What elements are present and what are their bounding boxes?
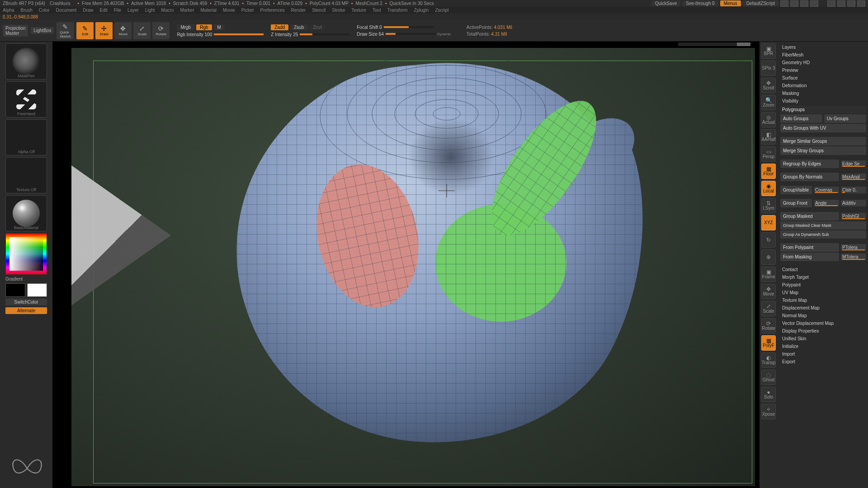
coverage-slider[interactable]: Coverag [814, 187, 839, 193]
hide-icon[interactable] [837, 0, 845, 7]
draw-mode-button[interactable]: ✢Draw [95, 22, 113, 39]
edge-sel-slider[interactable]: Edge Se [841, 160, 866, 167]
gradient-label[interactable]: Gradient [5, 277, 47, 282]
menu-document[interactable]: Document [56, 8, 77, 13]
section-texture-map[interactable]: Texture Map [780, 296, 866, 304]
min-icon[interactable] [827, 0, 835, 7]
color-swatches[interactable] [5, 283, 47, 297]
section-preview[interactable]: Preview [780, 66, 866, 74]
menu-light[interactable]: Light [145, 8, 155, 13]
zsub-toggle[interactable]: Zsub [290, 24, 307, 30]
polygroups-header[interactable]: Polygroups [780, 106, 866, 113]
projection-master-button[interactable]: Projection Master [3, 25, 28, 37]
regroup-edges-button[interactable]: Regroup By Edges [780, 160, 839, 168]
menu-draw[interactable]: Draw [83, 8, 93, 13]
menu-stencil[interactable]: Stencil [312, 8, 326, 13]
rgb-intensity-slider[interactable] [214, 33, 264, 35]
section-layers[interactable]: Layers [780, 43, 866, 51]
from-masking-button[interactable]: From Masking [780, 253, 839, 261]
zcut-toggle[interactable]: Zcut [309, 24, 325, 30]
lightbox-button[interactable]: LightBox [31, 27, 54, 34]
merge-stray-button[interactable]: Merge Stray Groups [780, 146, 866, 155]
section-unified-skin[interactable]: Unified Skin [780, 335, 866, 343]
canvas-scrollbar[interactable] [678, 42, 750, 46]
rail-transp-button[interactable]: ◐Transp [761, 352, 776, 368]
rail-actual-button[interactable]: ◎Actual [761, 112, 776, 127]
menu-picker[interactable]: Picker [241, 8, 254, 13]
menu-brush[interactable]: Brush [21, 8, 33, 13]
menus-button[interactable]: Menus [720, 0, 741, 6]
rail-↻-button[interactable]: ↻ [761, 232, 776, 248]
menu-macro[interactable]: Macro [161, 8, 174, 13]
section-vector-displacement-map[interactable]: Vector Displacement Map [780, 319, 866, 327]
section-polypaint[interactable]: Polypaint [780, 281, 866, 289]
menu-zscript[interactable]: Zscript [435, 8, 448, 13]
rgb-toggle[interactable]: Rgb [196, 24, 212, 30]
section-visibility[interactable]: Visibility [780, 97, 866, 105]
move-mode-button[interactable]: ✥Move [114, 22, 132, 39]
menu-zplugin[interactable]: Zplugin [414, 8, 429, 13]
max-angle-slider[interactable]: MaxAngl [841, 174, 866, 180]
rail-spix-3-button[interactable]: SPix 3 [761, 61, 776, 76]
rail-⊕-button[interactable]: ⊕ [761, 249, 776, 265]
section-surface[interactable]: Surface [780, 74, 866, 82]
menu-file[interactable]: File [114, 8, 121, 13]
auto-groups-button[interactable]: Auto Groups [780, 114, 822, 123]
section-geometry-hd[interactable]: Geometry HD [780, 59, 866, 66]
section-export[interactable]: Export [780, 358, 866, 366]
rail-xpose-button[interactable]: ✧Xpose [761, 404, 776, 419]
switch-color-button[interactable]: SwitchColor [5, 299, 47, 305]
z-intensity-slider[interactable] [300, 33, 349, 35]
ptolerance-slider[interactable]: PTolera [841, 244, 866, 251]
quicksave-button[interactable]: QuickSave [651, 0, 680, 6]
rail-lsym-button[interactable]: ⇅LSym [761, 198, 776, 213]
menu-movie[interactable]: Movie [223, 8, 235, 13]
group-masked-button[interactable]: Group Masked [780, 212, 839, 221]
section-deformation[interactable]: Deformation [780, 82, 866, 89]
rail-xyz-button[interactable]: XYZ [761, 215, 776, 230]
alternate-button[interactable]: Alternate [5, 307, 47, 314]
clstr-slider[interactable]: Clstr 0. [841, 187, 866, 193]
menu-stroke[interactable]: Stroke [332, 8, 345, 13]
section-contact[interactable]: Contact [780, 266, 866, 273]
menu-render[interactable]: Render [291, 8, 306, 13]
rail-scroll-button[interactable]: ✥Scroll [761, 78, 776, 93]
close-icon[interactable] [857, 0, 865, 7]
rail-ghost-button[interactable]: ◌Ghost [761, 370, 776, 385]
menu-material[interactable]: Material [201, 8, 217, 13]
section-import[interactable]: Import [780, 350, 866, 358]
menu-edit[interactable]: Edit [100, 8, 108, 13]
menu-color[interactable]: Color [39, 8, 50, 13]
max-icon[interactable] [847, 0, 855, 7]
section-uv-map[interactable]: UV Map [780, 289, 866, 296]
layout3-icon[interactable] [800, 0, 808, 7]
sculpt-mesh[interactable] [207, 55, 655, 453]
rail-aahalf-button[interactable]: ◧AAHalf [761, 129, 776, 145]
polish-slider[interactable]: PolishGl [841, 213, 866, 220]
rail-local-button[interactable]: ◉Local [761, 181, 776, 196]
rotate-mode-button[interactable]: ⟳Rotate [152, 22, 170, 39]
auto-groups-uv-button[interactable]: Auto Groups With UV [780, 124, 866, 132]
section-fibermesh[interactable]: FiberMesh [780, 51, 866, 59]
group-dynamesh-button[interactable]: Group As Dynamesh Sub [780, 230, 866, 239]
menu-preferences[interactable]: Preferences [260, 8, 285, 13]
rail-frame-button[interactable]: ▣Frame [761, 267, 776, 282]
texture-thumb[interactable]: Texture Off [5, 157, 47, 193]
zadd-toggle[interactable]: Zadd [271, 24, 288, 30]
scale-mode-button[interactable]: ⤢Scale [133, 22, 151, 39]
rail-persp-button[interactable]: ▭Persp [761, 146, 776, 162]
brush-thumb[interactable]: MaskPen [5, 43, 47, 80]
section-masking[interactable]: Masking [780, 89, 866, 97]
menu-layer[interactable]: Layer [127, 8, 139, 13]
canvas-area[interactable] [52, 42, 760, 488]
rail-floor-button[interactable]: ▦Floor [761, 164, 776, 179]
group-masked-clear-button[interactable]: Group Masked Clear Mask [780, 221, 866, 230]
uv-groups-button[interactable]: Uv Groups [824, 114, 866, 123]
group-visible-button[interactable]: GroupVisible [780, 186, 812, 194]
rail-solo-button[interactable]: ●Solo [761, 387, 776, 402]
quick-sketch-button[interactable]: ✎Quick Sketch [57, 22, 74, 39]
menu-marker[interactable]: Marker [180, 8, 194, 13]
focal-shift-slider[interactable] [384, 26, 434, 28]
section-displacement-map[interactable]: Displacement Map [780, 304, 866, 312]
color-picker[interactable] [5, 233, 47, 275]
